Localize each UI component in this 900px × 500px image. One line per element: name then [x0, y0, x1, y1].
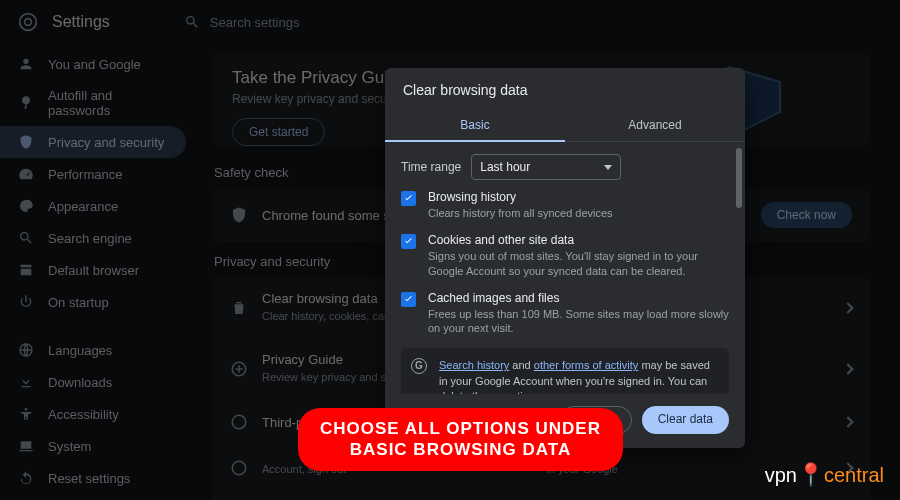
callout-line1: Choose all options under	[320, 418, 601, 439]
checkbox-cookies[interactable]	[401, 234, 416, 249]
cookie-icon	[230, 413, 248, 431]
person-icon	[18, 56, 34, 72]
sidebar-item-label: System	[48, 439, 91, 454]
option-desc: Frees up less than 109 MB. Some sites ma…	[428, 307, 729, 337]
globe-icon	[18, 342, 34, 358]
sidebar-item-default-browser[interactable]: Default browser	[0, 254, 186, 286]
option-title: Cached images and files	[428, 291, 729, 305]
option-title: Browsing history	[428, 190, 613, 204]
key-icon	[18, 95, 34, 111]
svg-point-1	[25, 19, 32, 26]
sidebar-item-label: Autofill and passwords	[48, 88, 168, 118]
option-desc: Signs you out of most sites. You'll stay…	[428, 249, 729, 279]
page-title: Settings	[52, 13, 110, 31]
browser-icon	[18, 262, 34, 278]
sidebar-item-label: Performance	[48, 167, 122, 182]
time-range-value: Last hour	[480, 160, 530, 174]
sidebar-item-search-engine[interactable]: Search engine	[0, 222, 186, 254]
clear-data-button[interactable]: Clear data	[642, 406, 729, 434]
search-history-link[interactable]: Search history	[439, 359, 509, 371]
callout-line2: basic browsing data	[320, 439, 601, 460]
tab-advanced[interactable]: Advanced	[565, 110, 745, 142]
chevron-right-icon	[842, 302, 853, 313]
get-started-button[interactable]: Get started	[232, 118, 325, 146]
svg-point-0	[20, 14, 37, 31]
check-icon	[403, 294, 414, 305]
sidebar-item-languages[interactable]: Languages	[0, 334, 186, 366]
svg-point-3	[25, 408, 28, 411]
system-icon	[18, 438, 34, 454]
sidebar-item-appearance[interactable]: Appearance	[0, 190, 186, 222]
checkbox-cache[interactable]	[401, 292, 416, 307]
accessibility-icon	[18, 406, 34, 422]
checkbox-browsing-history[interactable]	[401, 191, 416, 206]
check-icon	[403, 193, 414, 204]
reset-icon	[18, 470, 34, 486]
sidebar-item-label: You and Google	[48, 57, 141, 72]
sidebar-item-label: Languages	[48, 343, 112, 358]
sidebar-item-label: Default browser	[48, 263, 139, 278]
chevron-right-icon	[842, 363, 853, 374]
instruction-callout: Choose all options under basic browsing …	[298, 408, 623, 471]
shield-icon	[230, 206, 248, 224]
sidebar-item-privacy-security[interactable]: Privacy and security	[0, 126, 186, 158]
svg-point-8	[232, 415, 246, 429]
pin-icon: 📍	[797, 462, 824, 488]
chrome-logo-icon	[18, 12, 38, 32]
dialog-title: Clear browsing data	[385, 68, 745, 110]
sidebar-item-you-and-google[interactable]: You and Google	[0, 48, 186, 80]
chevron-right-icon	[842, 416, 853, 427]
speed-icon	[18, 166, 34, 182]
option-desc: Clears history from all synced devices	[428, 206, 613, 221]
google-g-icon: G	[411, 358, 427, 374]
sidebar-item-label: Downloads	[48, 375, 112, 390]
sidebar-item-label: Privacy and security	[48, 135, 164, 150]
search-placeholder: Search settings	[210, 15, 300, 30]
sidebar-item-reset[interactable]: Reset settings	[0, 462, 186, 494]
time-range-label: Time range	[401, 160, 461, 174]
sidebar-item-label: Search engine	[48, 231, 132, 246]
check-icon	[403, 236, 414, 247]
trash-icon	[230, 299, 248, 317]
search-icon	[18, 230, 34, 246]
option-title: Cookies and other site data	[428, 233, 729, 247]
palette-icon	[18, 198, 34, 214]
sidebar-item-downloads[interactable]: Downloads	[0, 366, 186, 398]
google-account-info: G Search history and other forms of acti…	[401, 348, 729, 394]
check-now-button[interactable]: Check now	[761, 202, 852, 228]
sidebar-item-label: Accessibility	[48, 407, 119, 422]
sidebar-item-autofill[interactable]: Autofill and passwords	[0, 80, 186, 126]
sidebar-item-system[interactable]: System	[0, 430, 186, 462]
svg-point-9	[232, 461, 246, 475]
sidebar-item-label: Appearance	[48, 199, 118, 214]
sidebar: You and Google Autofill and passwords Pr…	[0, 44, 200, 500]
search-icon	[184, 14, 200, 30]
sidebar-item-on-startup[interactable]: On startup	[0, 286, 186, 318]
sidebar-item-label: Reset settings	[48, 471, 130, 486]
other-activity-link[interactable]: other forms of activity	[534, 359, 639, 371]
sidebar-item-performance[interactable]: Performance	[0, 158, 186, 190]
security-row[interactable]: SecuritySafe Browsing (protection from d…	[212, 491, 870, 500]
shield-icon	[18, 134, 34, 150]
download-icon	[18, 374, 34, 390]
dialog-scrollbar[interactable]	[736, 148, 742, 208]
target-icon	[230, 360, 248, 378]
info-icon	[230, 459, 248, 477]
tab-basic[interactable]: Basic	[385, 110, 565, 142]
caret-down-icon	[604, 165, 612, 170]
vpncentral-watermark: vpn📍central	[765, 462, 884, 488]
search-settings[interactable]: Search settings	[184, 14, 300, 30]
sidebar-item-label: On startup	[48, 295, 109, 310]
clear-browsing-data-dialog: Clear browsing data Basic Advanced Time …	[385, 68, 745, 448]
power-icon	[18, 294, 34, 310]
sidebar-item-accessibility[interactable]: Accessibility	[0, 398, 186, 430]
time-range-select[interactable]: Last hour	[471, 154, 621, 180]
